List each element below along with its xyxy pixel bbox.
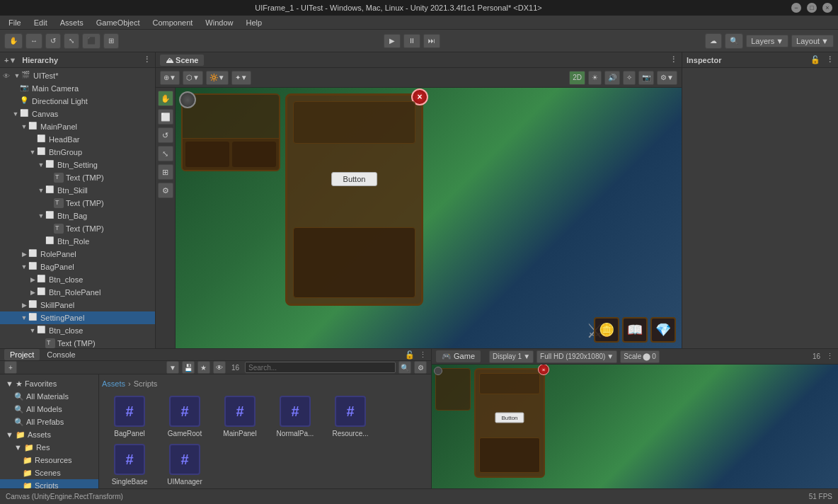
- layout-dropdown[interactable]: Layout ▼: [791, 35, 834, 47]
- file-singlebase[interactable]: # SingleBase: [105, 444, 154, 486]
- scene-tab[interactable]: ⛰ Scene: [160, 55, 204, 66]
- tool-rotate-btn[interactable]: ↺: [158, 127, 173, 143]
- tool-hand[interactable]: ✋: [4, 33, 23, 49]
- game-viewport[interactable]: × Button ⚔ 🪙 📖 💎: [432, 365, 838, 504]
- menu-edit[interactable]: Edit: [28, 17, 53, 28]
- minimize-button[interactable]: −: [791, 3, 801, 13]
- tree-item-dirlight[interactable]: 💡 Directional Light: [0, 95, 155, 108]
- tree-item-btnrolepanel[interactable]: ▶ ⬜ Btn_RolePanel: [0, 286, 155, 299]
- tree-item-btngroup[interactable]: ▼ ⬜ BtnGroup: [0, 146, 155, 159]
- collab-button[interactable]: ☁: [705, 33, 722, 49]
- menu-file[interactable]: File: [3, 17, 27, 28]
- file-uimanager[interactable]: # UIManager: [160, 444, 210, 486]
- close-button[interactable]: ×: [822, 3, 832, 13]
- tree-item-skillpanel[interactable]: ▶ ⬜ SkillPanel: [0, 299, 155, 311]
- folder-all-models[interactable]: 🔍 All Models: [0, 403, 98, 416]
- play-button[interactable]: ▶: [384, 34, 401, 48]
- folder-all-materials[interactable]: 🔍 All Materials: [0, 390, 98, 403]
- project-search-go-btn[interactable]: 🔍: [398, 361, 411, 374]
- tree-item-btnsetting[interactable]: ▼ ⬜ Btn_Setting: [0, 159, 155, 171]
- project-save-btn[interactable]: 💾: [182, 361, 195, 374]
- project-add-btn[interactable]: +: [4, 361, 17, 374]
- inspector-lock-icon[interactable]: 🔓: [810, 55, 820, 64]
- game-display-dropdown[interactable]: Display 1 ▼: [489, 350, 534, 363]
- scene-options-icon[interactable]: ⋮: [670, 55, 677, 64]
- project-settings-btn[interactable]: ⚙: [414, 361, 427, 374]
- layers-dropdown[interactable]: Layers ▼: [746, 35, 788, 47]
- tree-item-text-btnskill[interactable]: T Text (TMP): [0, 197, 155, 210]
- file-normalpa[interactable]: # NormalPa...: [270, 396, 320, 438]
- tree-item-btnclose-2[interactable]: ▼ ⬜ Btn_close: [0, 324, 155, 337]
- maximize-button[interactable]: □: [807, 3, 817, 13]
- inspector-options-icon[interactable]: ⋮: [826, 55, 834, 64]
- tool-gizmo-btn[interactable]: ⚙: [158, 183, 173, 198]
- tree-item-maincamera[interactable]: 📷 Main Camera: [0, 82, 155, 95]
- breadcrumb-assets[interactable]: Assets: [102, 379, 125, 388]
- tree-item-text-btnbag[interactable]: T Text (TMP): [0, 222, 155, 235]
- search-button[interactable]: 🔍: [725, 33, 743, 49]
- project-lock-icon[interactable]: 🔓: [405, 350, 415, 360]
- game-resolution-dropdown[interactable]: Full HD (1920x1080) ▼: [536, 350, 617, 363]
- pause-button[interactable]: ⏸: [403, 34, 420, 48]
- project-options-icon[interactable]: ⋮: [419, 350, 427, 360]
- scene-viewport[interactable]: × Button ⚔ 🪙 📖 💎: [176, 88, 682, 348]
- tree-item-text-btnclose[interactable]: T Text (TMP): [0, 337, 155, 348]
- hierarchy-add-btn[interactable]: +▼: [4, 56, 16, 64]
- game-tab[interactable]: 🎮 Game: [436, 350, 481, 362]
- tool-rect[interactable]: ⬛: [82, 33, 101, 49]
- game-scale-dropdown[interactable]: Scale ⬤ 0: [620, 350, 660, 363]
- folder-assets[interactable]: ▼ 📁 Assets: [0, 428, 98, 441]
- tree-item-btnbag[interactable]: ▼ ⬜ Btn_Bag: [0, 210, 155, 222]
- scene-fx2-btn[interactable]: ✧: [623, 71, 636, 85]
- tree-item-uitest[interactable]: 👁 ▼ 🎬 UITest*: [0, 69, 155, 82]
- hierarchy-options-icon[interactable]: ⋮: [143, 55, 151, 64]
- menu-window[interactable]: Window: [200, 17, 239, 28]
- tree-item-btnclose-1[interactable]: ▶ ⬜ Btn_close: [0, 273, 155, 286]
- folder-scenes[interactable]: 📁 Scenes: [0, 466, 98, 479]
- file-resource[interactable]: # Resource...: [326, 396, 375, 438]
- folder-favorites[interactable]: ▼ ★ Favorites: [0, 377, 98, 390]
- scene-center-btn[interactable]: ⊕▼: [160, 71, 180, 85]
- tree-item-btnrole[interactable]: ⬜ Btn_Role: [0, 235, 155, 248]
- game-options-icon[interactable]: ⋮: [826, 352, 834, 361]
- project-star-btn[interactable]: ★: [197, 361, 210, 374]
- tree-item-rolepanel[interactable]: ▶ ⬜ RolePanel: [0, 248, 155, 260]
- project-filter-btn[interactable]: ▼: [166, 361, 179, 374]
- folder-res[interactable]: ▼ 📁 Res: [0, 441, 98, 454]
- scene-render-btn[interactable]: 🔆▼: [206, 71, 229, 85]
- file-bagpanel[interactable]: # BagPanel: [105, 396, 154, 438]
- project-search-input[interactable]: [245, 362, 396, 373]
- tool-transform[interactable]: ⊞: [103, 33, 119, 49]
- scene-cam-btn[interactable]: 📷: [638, 71, 654, 85]
- tree-item-canvas[interactable]: ▼ ⬜ Canvas: [0, 108, 155, 120]
- tool-scale-btn[interactable]: ⤡: [158, 146, 173, 161]
- tool-scale[interactable]: ⤡: [64, 33, 79, 49]
- tree-item-headbar[interactable]: ⬜ HeadBar: [0, 133, 155, 146]
- tab-console[interactable]: Console: [41, 349, 81, 360]
- scene-lighting-btn[interactable]: ☀: [588, 71, 602, 85]
- menu-assets[interactable]: Assets: [54, 17, 89, 28]
- tree-item-mainpanel[interactable]: ▼ ⬜ MainPanel: [0, 120, 155, 133]
- file-mainpanel[interactable]: # MainPanel: [215, 396, 265, 438]
- tool-move[interactable]: ↔: [25, 33, 42, 49]
- scene-fx-btn[interactable]: ✦▼: [231, 71, 251, 85]
- scene-2d-btn[interactable]: 2D: [569, 71, 585, 85]
- tree-item-bagpanel[interactable]: ▼ ⬜ BagPanel: [0, 260, 155, 273]
- project-eye-btn[interactable]: 👁: [213, 361, 226, 374]
- tool-snap-btn[interactable]: ⊞: [158, 164, 173, 180]
- tree-item-btnskill[interactable]: ▼ ⬜ Btn_Skill: [0, 184, 155, 197]
- menu-help[interactable]: Help: [240, 17, 268, 28]
- step-button[interactable]: ⏭: [423, 34, 440, 48]
- tab-project[interactable]: Project: [4, 349, 40, 360]
- scene-gizmo-btn[interactable]: ⬡▼: [183, 71, 203, 85]
- scene-gizmo2-btn[interactable]: ⚙▼: [657, 71, 677, 85]
- tool-rotate[interactable]: ↺: [45, 33, 61, 49]
- tool-rect-btn[interactable]: ⬜: [158, 109, 173, 125]
- folder-all-prefabs[interactable]: 🔍 All Prefabs: [0, 416, 98, 428]
- scene-audio-btn[interactable]: 🔊: [604, 71, 620, 85]
- menu-gameobject[interactable]: GameObject: [91, 17, 146, 28]
- tool-hand-active[interactable]: ✋: [158, 91, 173, 106]
- menu-component[interactable]: Component: [147, 17, 198, 28]
- file-gameroot[interactable]: # GameRoot: [160, 396, 210, 438]
- tree-item-settingpanel[interactable]: ▼ ⬜ SettingPanel: [0, 311, 155, 324]
